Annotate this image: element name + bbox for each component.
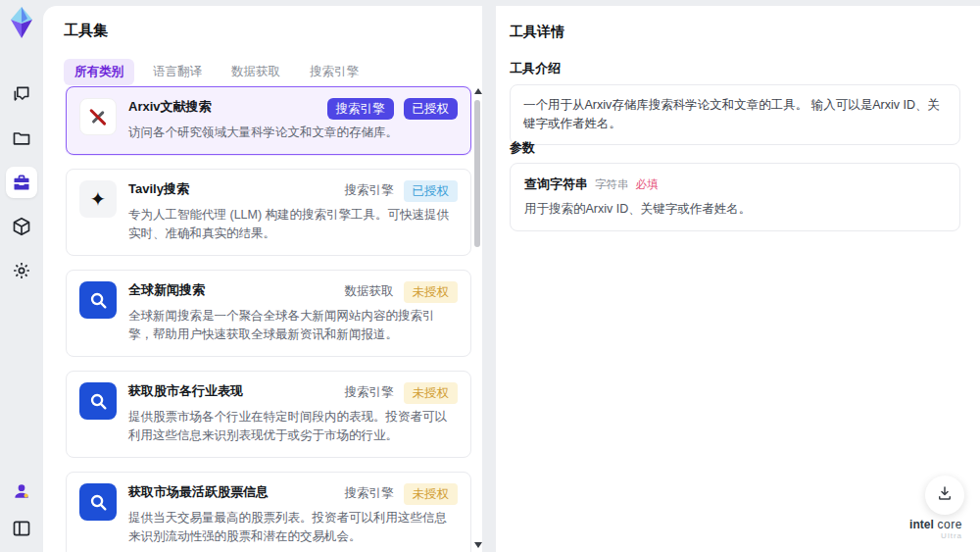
tool-description: 全球新闻搜索是一个聚合全球各大新闻网站内容的搜索引擎，帮助用户快速获取全球最新资… xyxy=(128,307,458,345)
param-description: 用于搜索的Arxiv ID、关键字或作者姓名。 xyxy=(524,200,946,219)
tool-list: Arxiv文献搜索 搜索引擎 已授权 访问各个研究领域大量科学论文和文章的存储库… xyxy=(66,86,471,552)
tab-search-engine[interactable]: 搜索引擎 xyxy=(299,59,369,85)
param-card: 查询字符串 字符串 必填 用于搜索的Arxiv ID、关键字或作者姓名。 xyxy=(510,163,960,231)
detail-title: 工具详情 xyxy=(510,24,564,41)
param-type: 字符串 xyxy=(595,177,629,192)
sidebar-rail xyxy=(0,0,43,552)
app-logo-gem-icon[interactable] xyxy=(7,6,36,39)
page-title: 工具集 xyxy=(64,22,108,40)
tool-card-most-active-stocks[interactable]: 获取市场最活跃股票信息 搜索引擎 未授权 提供当天交易量最高的股票列表。投资者可… xyxy=(66,472,471,552)
tool-card-global-news[interactable]: 全球新闻搜索 数据获取 未授权 全球新闻搜索是一个聚合全球各大新闻网站内容的搜索… xyxy=(66,270,471,357)
search-logo-icon xyxy=(79,382,117,420)
package-icon xyxy=(12,217,31,236)
sidebar-item-models[interactable] xyxy=(6,211,37,242)
param-required-badge: 必填 xyxy=(636,177,659,192)
panel-toggle-icon xyxy=(12,519,31,538)
tool-description: 访问各个研究领域大量科学论文和文章的存储库。 xyxy=(128,124,458,142)
auth-status-badge: 已授权 xyxy=(404,98,459,120)
params-heading: 参数 xyxy=(510,139,535,157)
sidebar-item-settings[interactable] xyxy=(6,255,37,286)
sidebar-item-tools[interactable] xyxy=(6,167,37,198)
category-label: 数据获取 xyxy=(345,283,394,300)
chat-icon xyxy=(12,84,31,104)
sidebar-item-account[interactable] xyxy=(6,476,37,507)
arxiv-logo-icon xyxy=(79,98,117,135)
category-label: 搜索引擎 xyxy=(345,485,394,502)
intro-heading: 工具介绍 xyxy=(510,60,561,77)
scrollbar-thumb[interactable] xyxy=(474,100,480,247)
folder-icon xyxy=(12,128,31,148)
tab-data-fetch[interactable]: 数据获取 xyxy=(220,59,291,85)
toolbox-icon xyxy=(12,173,31,192)
tool-card-tavily[interactable]: ✦ Tavily搜索 搜索引擎 已授权 专为人工智能代理 (LLM) 构建的搜索… xyxy=(66,169,471,256)
scroll-down-arrow-icon[interactable] xyxy=(474,542,482,548)
sidebar-item-chat[interactable] xyxy=(6,78,37,110)
download-icon xyxy=(936,484,954,506)
search-logo-icon xyxy=(79,483,117,521)
tool-description: 提供当天交易量最高的股票列表。投资者可以利用这些信息来识别流动性强的股票和潜在的… xyxy=(128,509,458,547)
tool-title: 全球新闻搜索 xyxy=(128,281,205,299)
sidebar-item-collapse[interactable] xyxy=(6,513,37,544)
tool-title: 获取市场最活跃股票信息 xyxy=(128,483,269,501)
brand-core: core xyxy=(934,518,962,531)
category-label: 搜索引擎 xyxy=(345,384,394,401)
user-icon xyxy=(12,481,31,501)
download-button[interactable] xyxy=(925,476,964,515)
tab-all-categories[interactable]: 所有类别 xyxy=(64,59,134,85)
category-tabs: 所有类别 语言翻译 数据获取 搜索引擎 xyxy=(64,59,369,85)
param-name: 查询字符串 xyxy=(524,176,588,193)
intel-core-logo: intel core Ultra xyxy=(902,518,970,540)
search-logo-icon xyxy=(79,281,117,319)
scroll-up-arrow-icon[interactable] xyxy=(474,88,482,94)
brand-intel: intel xyxy=(909,518,934,531)
tab-translation[interactable]: 语言翻译 xyxy=(142,59,213,85)
auth-status-badge: 未授权 xyxy=(404,483,459,505)
tool-title: Tavily搜索 xyxy=(128,180,189,198)
auth-status-badge: 已授权 xyxy=(404,180,459,202)
intro-text-box: 一个用于从Arxiv存储库搜索科学论文和文章的工具。 输入可以是Arxiv ID… xyxy=(510,84,960,145)
tool-title: Arxiv文献搜索 xyxy=(128,98,212,116)
tool-card-sector-performance[interactable]: 获取股市各行业表现 搜索引擎 未授权 提供股票市场各个行业在特定时间段内的表现。… xyxy=(66,371,471,458)
four-point-star-icon: ✦ xyxy=(79,180,117,218)
tool-description: 专为人工智能代理 (LLM) 构建的搜索引擎工具。可快速提供实时、准确和真实的结… xyxy=(128,206,458,244)
tool-description: 提供股票市场各个行业在特定时间段内的表现。投资者可以利用这些信息来识别表现优于或… xyxy=(128,408,458,446)
list-scrollbar[interactable] xyxy=(473,86,481,552)
brand-ultra: Ultra xyxy=(902,531,970,540)
category-badge: 搜索引擎 xyxy=(327,98,394,120)
tool-title: 获取股市各行业表现 xyxy=(128,382,243,400)
category-label: 搜索引擎 xyxy=(345,182,394,199)
panel-divider xyxy=(482,6,496,552)
auth-status-badge: 未授权 xyxy=(404,382,459,404)
tool-detail-panel: 工具详情 工具介绍 一个用于从Arxiv存储库搜索科学论文和文章的工具。 输入可… xyxy=(496,6,980,552)
tool-card-arxiv[interactable]: Arxiv文献搜索 搜索引擎 已授权 访问各个研究领域大量科学论文和文章的存储库… xyxy=(66,86,471,155)
sidebar-item-files[interactable] xyxy=(6,123,37,154)
auth-status-badge: 未授权 xyxy=(404,281,459,303)
gear-icon xyxy=(12,261,31,280)
main-surface: 工具集 所有类别 语言翻译 数据获取 搜索引擎 Arxiv文献搜索 搜索引擎 已… xyxy=(43,6,980,552)
